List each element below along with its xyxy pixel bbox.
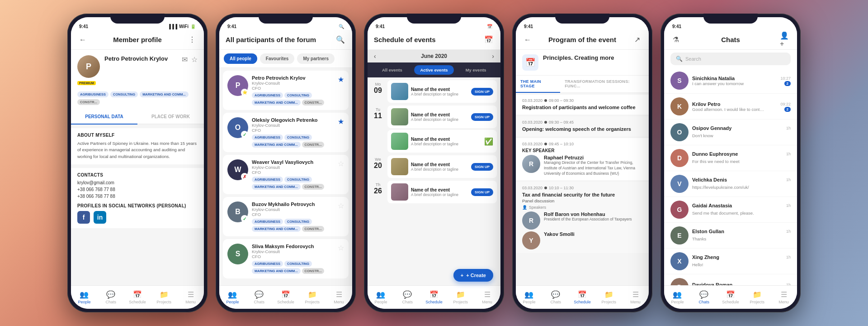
nav-schedule-3[interactable]: 📅 Schedule [425, 290, 443, 304]
filter-icon[interactable]: ⚗ [670, 34, 681, 45]
event-card-2: Name of the event A brief description or… [387, 105, 497, 128]
chat-item-osipov[interactable]: O Osipov Gennady 1h Don't know [664, 120, 797, 145]
chat-item-xing[interactable]: X Xing Zheng 1h Hello! [664, 249, 797, 274]
program-time-1: 09:00 – 09:30 [549, 98, 574, 103]
signup-btn-4[interactable]: SIGN UP [471, 163, 493, 171]
chat-item-krilov[interactable]: K Krilov Petro 09:22 Good afternoon. I w… [664, 94, 797, 120]
nav-people-3[interactable]: 👥 People [372, 290, 390, 304]
nav-projects-4[interactable]: 📁 Projects [600, 290, 618, 304]
phone-2[interactable]: +38 066 768 77 88 [77, 194, 198, 199]
facebook-icon[interactable]: f [77, 211, 90, 224]
key-speaker-label: KEY SPEAKER [522, 148, 642, 153]
nav-schedule-1[interactable]: 📅 Schedule [128, 290, 146, 304]
people-icon-4: 👥 [524, 290, 533, 299]
nav-menu-5[interactable]: ☰ Menu [775, 290, 793, 304]
filter-all-people[interactable]: All people [224, 53, 257, 64]
search-icon-2[interactable]: 🔍 [335, 34, 346, 45]
contacts-section: CONTACTS krylov@gmail.com +38 066 768 77… [71, 168, 204, 228]
back-icon[interactable]: ← [77, 34, 88, 45]
create-fab[interactable]: + + Create [453, 269, 493, 282]
more-icon[interactable]: ⋮ [187, 34, 198, 45]
tab-place-of-work[interactable]: PLACE OF WORK [137, 110, 204, 125]
share-icon-4[interactable]: ↗ [632, 34, 642, 45]
bottom-nav-1: 👥 People 💬 Chats 📅 Schedule 📁 Projects ☰… [71, 285, 204, 309]
nav-chats-1[interactable]: 💬 Chats [102, 290, 120, 304]
about-section: ABOUT MYSELF Active Partners of Spioney … [71, 128, 204, 164]
calendar-header-icon: 📅 [487, 24, 492, 29]
p-company-1: Krylov-Consult [252, 81, 334, 86]
chat-item-velichka[interactable]: V Velichka Denis 1h https://levelupukrai… [664, 171, 797, 197]
filter-active-events[interactable]: Active events [414, 65, 454, 75]
notch-5 [703, 14, 758, 24]
nav-chats-4[interactable]: 💬 Chats [547, 290, 565, 304]
nav-schedule-2[interactable]: 📅 Schedule [277, 290, 295, 304]
people-icon-3: 👥 [376, 290, 385, 299]
tab-personal-data[interactable]: PERSONAL DATA [71, 110, 137, 125]
stage-tab-main[interactable]: THE MAIN STAGE [516, 76, 560, 93]
email[interactable]: krylov@gmail.com [77, 180, 198, 185]
event-name-5: Name of the event [411, 187, 468, 192]
nav-projects-2[interactable]: 📁 Projects [303, 290, 321, 304]
nav-projects-5[interactable]: 📁 Projects [748, 290, 766, 304]
phone-1[interactable]: +38 066 768 77 88 [77, 187, 198, 192]
chat-item-sinichkina[interactable]: S Sinichkina Natalia 10:27 I can answer … [664, 68, 797, 94]
chat-item-gaidai[interactable]: G Gaidai Anastasia 1h Send me that docum… [664, 197, 797, 223]
p-star-1[interactable]: ★ [338, 75, 344, 84]
p-star-4[interactable]: ☆ [338, 201, 344, 210]
nav-people-1[interactable]: 👥 People [75, 290, 93, 304]
prev-month-btn[interactable]: ‹ [374, 53, 376, 60]
event-name-4: Name of the event [411, 162, 468, 167]
p-company-3: Krylov-Consult [252, 165, 334, 170]
nav-menu-4[interactable]: ☰ Menu [627, 290, 645, 304]
nav-label-menu-3: Menu [482, 300, 492, 304]
calendar-icon[interactable]: 📅 [483, 34, 494, 45]
filter-my-events[interactable]: My events [456, 65, 496, 75]
nav-menu-3[interactable]: ☰ Menu [478, 290, 496, 304]
program-content: 03.03.2020 09:00 – 09:30 Registration of… [516, 93, 649, 285]
chat-name-row-xing: Xing Zheng 1h [692, 254, 791, 260]
nav-people-5[interactable]: 👥 People [668, 290, 686, 304]
p-tags-4: AGRIBUSINESS CONSULTING MARKETING AND CO… [252, 219, 334, 232]
p-star-2[interactable]: ★ [338, 117, 344, 126]
p-avatar-2: O ✓ [227, 117, 248, 138]
signup-btn-2[interactable]: SIGN UP [471, 113, 493, 121]
status-time-1: 9:41 [79, 24, 88, 29]
nav-schedule-5[interactable]: 📅 Schedule [722, 290, 740, 304]
signup-btn-1[interactable]: SIGN UP [471, 88, 493, 96]
chat-item-davidova[interactable]: D Davidova Roman 1h img_123.jpg [664, 274, 797, 285]
nav-label-people: People [78, 300, 90, 304]
filter-my-partners[interactable]: My partners [297, 53, 335, 64]
signup-btn-5[interactable]: SIGN UP [471, 188, 493, 196]
new-chat-icon[interactable]: 👤+ [780, 34, 791, 45]
stage-tab-transformation[interactable]: TRANSFORMATION SESSIONS: FUNC... [560, 76, 649, 93]
nav-people-4[interactable]: 👥 People [520, 290, 538, 304]
chat-item-dunno[interactable]: D Dunno Euphrosyne 1h For this we need t… [664, 145, 797, 171]
message-icon[interactable]: ✉ [182, 55, 188, 64]
nav-menu-1[interactable]: ☰ Menu [182, 290, 200, 304]
nav-people-2[interactable]: 👥 People [223, 290, 241, 304]
create-icon: + [461, 273, 463, 278]
nav-schedule-4[interactable]: 📅 Schedule [573, 290, 591, 304]
nav-chats-2[interactable]: 💬 Chats [250, 290, 268, 304]
search-header-icon[interactable]: 🔍 [339, 24, 344, 29]
p-star-5[interactable]: ☆ [338, 244, 344, 252]
bookmark-icon[interactable]: ☆ [191, 55, 198, 64]
nav-label-chats-2: Chats [254, 300, 264, 304]
nav-label-people-3: People [374, 300, 387, 304]
social-title: PROFILES IN SOCIAL NETWORKS (PERSONAL) [77, 203, 198, 208]
search-bar[interactable]: 🔍 Search [670, 53, 791, 65]
nav-chats-5[interactable]: 💬 Chats [695, 290, 713, 304]
filter-favourites[interactable]: Favourites [260, 53, 295, 64]
nav-projects-3[interactable]: 📁 Projects [452, 290, 470, 304]
p-star-3[interactable]: ☆ [338, 159, 344, 168]
chat-preview-dunno: For this we need to meet [692, 159, 740, 164]
filter-all-events[interactable]: All events [372, 65, 412, 75]
linkedin-icon[interactable]: in [94, 211, 106, 224]
back-icon-4[interactable]: ← [522, 34, 533, 45]
nav-menu-2[interactable]: ☰ Menu [330, 290, 348, 304]
projects-icon-4: 📁 [604, 290, 613, 299]
next-month-btn[interactable]: › [492, 53, 494, 60]
nav-projects-1[interactable]: 📁 Projects [155, 290, 173, 304]
chat-item-elston[interactable]: E Elston Gullan 1h Thanks [664, 223, 797, 249]
nav-chats-3[interactable]: 💬 Chats [398, 290, 416, 304]
